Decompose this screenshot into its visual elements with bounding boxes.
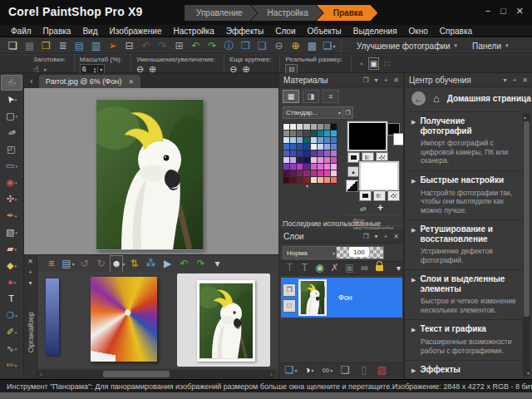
- color-swatch[interactable]: [324, 137, 330, 143]
- art-media-tool[interactable]: ✏ ▾: [1, 357, 22, 373]
- menu-item[interactable]: Файл: [5, 27, 37, 36]
- new-button[interactable]: ❏: [5, 39, 22, 53]
- color-swatch[interactable]: [318, 124, 323, 130]
- color-swatch[interactable]: [290, 164, 296, 170]
- color-swatch[interactable]: [297, 144, 303, 150]
- picture-tube-tool[interactable]: ● ▾: [1, 274, 22, 290]
- color-swatch[interactable]: [290, 137, 296, 143]
- warp-brush-tool[interactable]: ∿ ▾: [1, 341, 22, 357]
- dropper-tool[interactable]: ✎: [1, 125, 22, 140]
- color-swatch[interactable]: [290, 150, 296, 156]
- color-swatch[interactable]: [290, 144, 296, 150]
- pick-tool[interactable]: ➤ ▾: [1, 91, 22, 107]
- color-swatch[interactable]: [324, 124, 330, 130]
- preset-shapes-tool[interactable]: ❍ ▾: [1, 308, 22, 323]
- share-button[interactable]: ➢: [105, 39, 121, 53]
- image-info-button[interactable]: ▤ ▾: [61, 257, 76, 271]
- chevron-down-icon[interactable]: ▾: [375, 233, 378, 240]
- color-swatch[interactable]: [303, 137, 309, 143]
- screen-capture-button[interactable]: ⊞: [171, 39, 188, 53]
- color-swatch[interactable]: [324, 131, 330, 136]
- organize-button[interactable]: ▩: [304, 39, 321, 53]
- save-as-button[interactable]: ▥: [88, 39, 105, 53]
- color-swatch[interactable]: [331, 177, 337, 183]
- color-swatch[interactable]: [318, 164, 323, 170]
- color-swatch[interactable]: [303, 131, 309, 136]
- tab-edit[interactable]: Правка: [317, 5, 378, 21]
- duplicate-layer-button[interactable]: ❑: [337, 363, 354, 377]
- color-swatch[interactable]: [303, 150, 309, 156]
- browse-button[interactable]: ▦: [22, 39, 38, 53]
- express-lab-button[interactable]: ≣: [55, 39, 71, 53]
- color-swatch[interactable]: [297, 170, 303, 176]
- color-swatch[interactable]: [324, 164, 330, 170]
- maximize-button[interactable]: □: [500, 6, 506, 17]
- bg-pattern-button[interactable]: [387, 190, 400, 201]
- tab-manage[interactable]: Управление: [185, 5, 258, 21]
- close-icon[interactable]: ✕: [393, 233, 399, 240]
- color-swatch[interactable]: [311, 144, 317, 150]
- close-icon[interactable]: ✕: [27, 258, 33, 265]
- print-button[interactable]: ⊟: [121, 39, 138, 53]
- add-swatch-icon[interactable]: +: [377, 202, 383, 214]
- layer-link-toggle[interactable]: □: [283, 299, 296, 313]
- color-swatch[interactable]: [331, 150, 337, 156]
- fit-window-button[interactable]: ❐: [238, 39, 254, 53]
- edit-script-button[interactable]: ▨: [374, 363, 391, 377]
- scroll-right-icon[interactable]: ›: [268, 371, 275, 378]
- color-swatch[interactable]: [324, 150, 330, 156]
- pan-tool[interactable]: ☝ ▾: [1, 75, 22, 91]
- scrollbar-thumb[interactable]: [103, 371, 170, 377]
- bg-gradient-button[interactable]: [373, 190, 386, 201]
- highlight-button[interactable]: ▣: [342, 262, 357, 274]
- vertical-scrollbar[interactable]: ▴ ▾: [523, 113, 530, 377]
- organizer-menu-button[interactable]: ≡: [44, 257, 59, 271]
- color-swatch[interactable]: [303, 124, 309, 130]
- chevron-down-icon[interactable]: ▾: [97, 66, 102, 72]
- color-swatch[interactable]: [290, 157, 296, 163]
- color-swatch[interactable]: [311, 131, 317, 136]
- learning-section[interactable]: ▶ Эффекты Добавление художественных эффе…: [405, 361, 523, 379]
- chevron-down-icon[interactable]: ▾: [397, 264, 401, 273]
- color-swatch[interactable]: [297, 137, 303, 143]
- color-swatch[interactable]: [311, 124, 317, 130]
- tab-adjust[interactable]: Настройка: [251, 5, 323, 21]
- thumbnail-parrot-selected[interactable]: [177, 273, 270, 367]
- fit-window-button[interactable]: ▣: [370, 59, 377, 68]
- color-swatch[interactable]: [311, 137, 317, 143]
- color-swatch[interactable]: [290, 170, 296, 176]
- color-swatch[interactable]: [331, 124, 337, 130]
- sliders-tab[interactable]: ≡: [323, 90, 339, 103]
- color-swatch[interactable]: [318, 131, 323, 136]
- pin-icon[interactable]: +: [384, 76, 388, 84]
- background-color-swatch[interactable]: [359, 161, 399, 191]
- find-people-button[interactable]: ☻ ▾: [111, 257, 126, 271]
- swap-colors-button[interactable]: ▴: [347, 166, 359, 177]
- reapply-button[interactable]: ↷: [204, 39, 221, 53]
- panel-menu-icon[interactable]: ❐: [362, 76, 368, 84]
- clone-brush-tool[interactable]: ✒ ▾: [1, 208, 22, 224]
- new-layer-button[interactable]: ❏ ▾: [283, 363, 299, 377]
- color-swatch[interactable]: [297, 150, 303, 156]
- enhance-photo-button[interactable]: Улучшение фотографии ▾: [353, 42, 461, 51]
- close-button[interactable]: ✕: [516, 6, 524, 17]
- color-swatch[interactable]: [318, 157, 323, 163]
- color-swatch[interactable]: [297, 157, 303, 163]
- document-tab[interactable]: Parrot.jpg @ 6% (Фон) ✕: [39, 75, 140, 88]
- color-swatch[interactable]: [283, 170, 289, 176]
- color-swatch[interactable]: [311, 150, 317, 156]
- slideshow-button[interactable]: ▶: [160, 257, 175, 271]
- minimize-button[interactable]: −: [485, 6, 490, 17]
- color-swatch[interactable]: [303, 144, 309, 150]
- canvas[interactable]: [24, 88, 278, 254]
- color-swatch[interactable]: [290, 124, 296, 130]
- menu-item[interactable]: Объекты: [302, 27, 347, 36]
- rotate-left-button[interactable]: ↺: [77, 257, 92, 271]
- delete-layer-button[interactable]: ▯: [356, 363, 372, 377]
- info-button[interactable]: ⓘ: [221, 39, 238, 53]
- straighten-tool[interactable]: ▭ ▾: [1, 158, 22, 174]
- color-swatch[interactable]: [297, 131, 303, 136]
- color-swatch[interactable]: [311, 164, 317, 170]
- pen-tool[interactable]: ✐ ▾: [1, 324, 22, 340]
- menu-item[interactable]: Выделения: [347, 27, 403, 36]
